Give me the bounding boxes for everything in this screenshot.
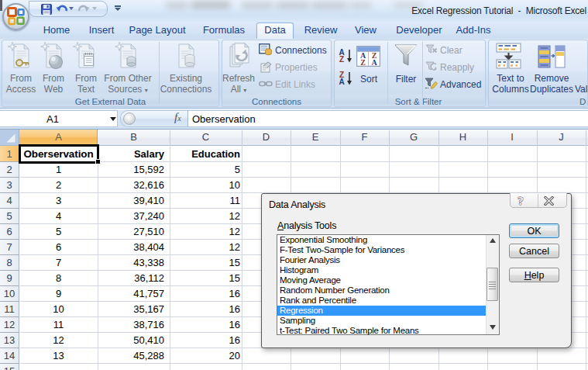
svg-text:A: A: [371, 58, 377, 67]
svg-text:?: ?: [518, 195, 524, 207]
svg-text:Z: Z: [360, 58, 366, 67]
